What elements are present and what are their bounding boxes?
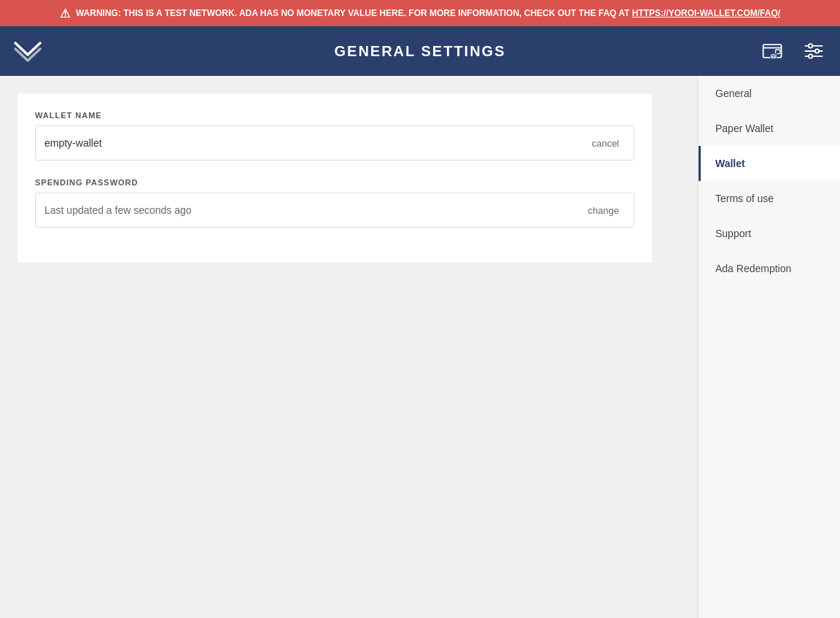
wallet-receive-button[interactable]	[758, 36, 788, 66]
sidebar-item-terms-of-use[interactable]: Terms of use	[699, 181, 840, 216]
sidebar-item-support-label: Support	[715, 228, 751, 239]
wallet-name-label: WALLET NAME	[35, 111, 634, 120]
sidebar-item-wallet-label: Wallet	[715, 158, 745, 169]
sidebar-item-terms-of-use-label: Terms of use	[715, 193, 774, 204]
sidebar: General Paper Wallet Wallet Terms of use…	[698, 76, 840, 618]
navbar-actions	[758, 36, 828, 66]
sidebar-item-wallet[interactable]: Wallet	[699, 146, 840, 181]
yoroi-logo-icon	[12, 35, 44, 67]
warning-link[interactable]: HTTPS://YOROI-WALLET.COM/FAQ/	[632, 8, 780, 18]
spending-password-change-button[interactable]: change	[582, 202, 625, 219]
spending-password-label: SPENDING PASSWORD	[35, 178, 634, 187]
page-title: GENERAL SETTINGS	[335, 43, 506, 60]
warning-banner: ⚠ WARNING: THIS IS A TEST NETWORK. ADA H…	[0, 0, 840, 26]
settings-button[interactable]	[799, 36, 828, 66]
sidebar-item-ada-redemption-label: Ada Redemption	[715, 263, 791, 274]
wallet-name-cancel-button[interactable]: cancel	[586, 135, 625, 152]
sidebar-item-general[interactable]: General	[699, 76, 840, 111]
warning-text: WARNING: THIS IS A TEST NETWORK. ADA HAS…	[76, 8, 780, 18]
warning-icon: ⚠	[60, 7, 70, 20]
navbar: GENERAL SETTINGS	[0, 26, 840, 76]
main-layout: WALLET NAME cancel SPENDING PASSWORD Las…	[0, 76, 840, 618]
sidebar-item-paper-wallet[interactable]: Paper Wallet	[699, 111, 840, 146]
spending-password-wrapper: Last updated a few seconds ago change	[35, 193, 634, 228]
sidebar-item-general-label: General	[715, 88, 752, 99]
sidebar-item-paper-wallet-label: Paper Wallet	[715, 123, 774, 134]
spending-password-field-group: SPENDING PASSWORD Last updated a few sec…	[35, 178, 634, 228]
warning-message: WARNING: THIS IS A TEST NETWORK. ADA HAS…	[76, 8, 632, 18]
svg-point-8	[809, 54, 812, 58]
wallet-name-input-wrapper: cancel	[35, 125, 634, 161]
wallet-name-input[interactable]	[44, 137, 586, 149]
svg-point-7	[815, 49, 819, 53]
content-area: WALLET NAME cancel SPENDING PASSWORD Las…	[0, 76, 698, 618]
svg-point-6	[809, 44, 812, 47]
sidebar-item-ada-redemption[interactable]: Ada Redemption	[699, 251, 840, 286]
spending-password-status: Last updated a few seconds ago	[44, 204, 582, 216]
wallet-name-field-group: WALLET NAME cancel	[35, 111, 634, 161]
svg-rect-1	[776, 50, 780, 53]
settings-card: WALLET NAME cancel SPENDING PASSWORD Las…	[18, 93, 652, 263]
logo[interactable]	[12, 35, 44, 67]
sidebar-item-support[interactable]: Support	[699, 216, 840, 251]
